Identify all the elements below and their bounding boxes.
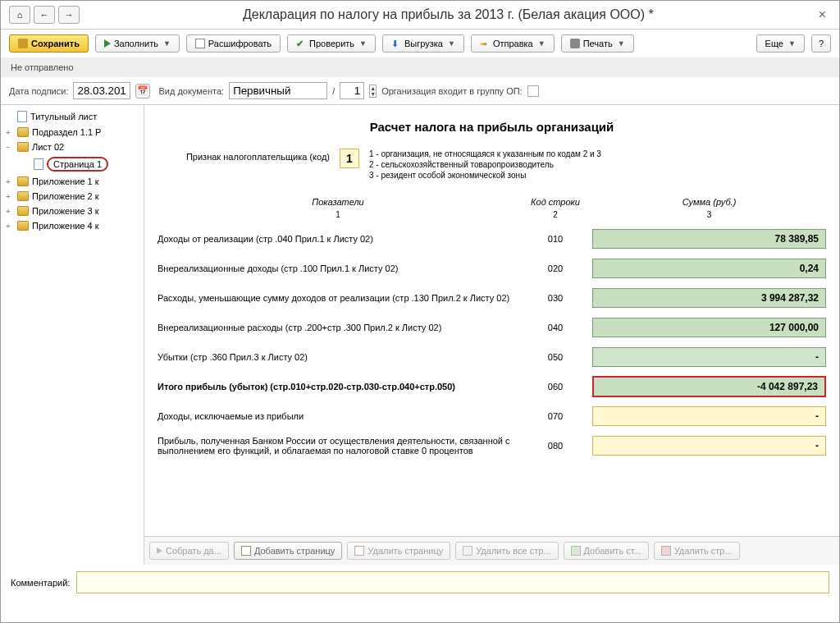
more-button[interactable]: Еще▼ (756, 34, 805, 53)
row-code: 020 (518, 263, 592, 273)
row-code: 070 (518, 411, 592, 421)
row-code: 010 (518, 234, 592, 244)
taxpayer-label: Признак налогоплательщика (код) (158, 149, 330, 162)
collect-data-button[interactable]: Собрать да... (149, 542, 229, 560)
comment-label: Комментарий: (11, 578, 70, 588)
row-label: Расходы, уменьшающие сумму доходов от ре… (158, 293, 518, 303)
row-label: Итого прибыль (убыток) (стр.010+стр.020-… (158, 382, 518, 392)
fill-button[interactable]: Заполнить▼ (95, 34, 180, 53)
row-value-input[interactable]: - (592, 406, 826, 426)
check-button[interactable]: ✔Проверить▼ (287, 34, 376, 53)
row-value-input[interactable]: 78 389,85 (592, 229, 826, 249)
form-content: Расчет налога на прибыль организаций При… (144, 105, 839, 536)
home-button[interactable]: ⌂ (9, 6, 30, 24)
print-button[interactable]: Печать▼ (561, 34, 634, 53)
page-actions-bar: Собрать да... Добавить страницу Удалить … (144, 536, 839, 565)
row-plus-icon (571, 546, 581, 556)
navigation-tree: Титульный лист +Подраздел 1.1 Р −Лист 02… (1, 105, 144, 565)
data-row-050: Убытки (стр .360 Прил.3 к Листу 02)050- (158, 346, 826, 369)
sign-date-input[interactable] (73, 82, 130, 99)
row-value-input[interactable]: 0,24 (592, 259, 826, 278)
org-group-checkbox[interactable] (527, 85, 539, 97)
row-label: Внереализационные расходы (стр .200+стр … (158, 323, 518, 332)
data-row-020: Внереализационные доходы (стр .100 Прил.… (158, 257, 826, 280)
forward-button[interactable]: → (58, 6, 80, 24)
column-headers: Показатели Код строки Сумма (руб.) (158, 197, 826, 207)
row-code: 080 (518, 441, 592, 451)
send-icon: ➟ (480, 39, 490, 48)
row-code: 050 (518, 352, 592, 362)
tree-app2[interactable]: +Приложение 2 к (1, 189, 144, 204)
page-icon (17, 111, 27, 122)
download-icon: ⬇ (391, 39, 401, 48)
row-code: 040 (518, 323, 592, 332)
org-group-label: Организация входит в группу ОП: (381, 86, 523, 96)
row-label: Доходы от реализации (стр .040 Прил.1 к … (158, 234, 518, 244)
slash: / (332, 86, 335, 96)
print-icon (570, 39, 580, 48)
tree-page1[interactable]: Страница 1 (1, 154, 144, 174)
add-page-button[interactable]: Добавить страницу (234, 542, 342, 560)
folder-icon (17, 191, 29, 201)
disk-icon (18, 39, 28, 48)
comment-input[interactable] (76, 571, 829, 593)
check-icon: ✔ (296, 39, 306, 48)
page-minus-icon (354, 546, 364, 556)
sign-date-label: Дата подписи: (9, 86, 68, 96)
doc-type-label: Вид документа: (158, 86, 224, 96)
row-value-input[interactable]: 127 000,00 (592, 318, 826, 337)
delete-row-button[interactable]: Удалить стр... (654, 542, 740, 560)
row-code: 030 (518, 293, 592, 303)
taxpayer-code-input[interactable]: 1 (340, 149, 359, 168)
doc-icon (195, 39, 205, 48)
decode-button[interactable]: Расшифровать (186, 34, 281, 53)
tree-app4[interactable]: +Приложение 4 к (1, 218, 144, 233)
send-button[interactable]: ➟Отправка▼ (471, 34, 555, 53)
tree-sheet02[interactable]: −Лист 02 (1, 140, 144, 154)
data-row-030: Расходы, уменьшающие сумму доходов от ре… (158, 286, 826, 309)
tree-app1[interactable]: +Приложение 1 к (1, 174, 144, 189)
column-numbers: 1 2 3 (158, 210, 826, 219)
tree-subsection[interactable]: +Подраздел 1.1 Р (1, 125, 144, 140)
row-value-input[interactable]: -4 042 897,23 (592, 376, 826, 397)
tree-app3[interactable]: +Приложение 3 к (1, 204, 144, 218)
folder-icon (17, 176, 29, 186)
help-button[interactable]: ? (811, 34, 831, 53)
data-row-060: Итого прибыль (убыток) (стр.010+стр.020-… (158, 375, 826, 398)
play-gray-icon (157, 547, 162, 554)
back-button[interactable]: ← (34, 6, 55, 24)
pages-icon (463, 546, 472, 556)
row-value-input[interactable]: - (592, 347, 826, 367)
delete-page-button[interactable]: Удалить страницу (347, 542, 450, 560)
data-row-010: Доходы от реализации (стр .040 Прил.1 к … (158, 227, 826, 250)
row-value-input[interactable]: - (592, 436, 826, 456)
folder-icon (17, 127, 29, 137)
row-label: Доходы, исключаемые из прибыли (158, 411, 518, 421)
taxpayer-legend: 1 - организация, не относящаяся к указан… (369, 149, 601, 181)
status-text: Не отправлено (1, 57, 839, 77)
delete-all-pages-button[interactable]: Удалить все стр... (455, 542, 558, 560)
calendar-icon[interactable]: 📅 (135, 84, 150, 98)
close-button[interactable]: × (814, 7, 831, 22)
page-plus-icon (241, 546, 251, 556)
doc-type-input[interactable] (229, 82, 327, 99)
page-icon (34, 158, 43, 170)
page-stepper[interactable]: ▲▼ (369, 85, 377, 98)
row-minus-icon (661, 546, 671, 556)
row-label: Прибыль, полученная Банком России от осу… (158, 436, 518, 456)
save-button[interactable]: Сохранить (9, 34, 89, 53)
data-row-070: Доходы, исключаемые из прибыли070- (158, 405, 826, 428)
row-label: Убытки (стр .360 Прил.3 к Листу 02) (158, 352, 518, 362)
row-value-input[interactable]: 3 994 287,32 (592, 288, 826, 308)
folder-icon (17, 221, 29, 231)
play-icon (104, 39, 111, 48)
row-label: Внереализационные доходы (стр .100 Прил.… (158, 263, 518, 273)
window-title: Декларация по налогу на прибыль за 2013 … (83, 7, 814, 22)
export-button[interactable]: ⬇Выгрузка▼ (382, 34, 464, 53)
page-num-input[interactable] (340, 82, 364, 99)
row-code: 060 (518, 382, 592, 392)
data-row-080: Прибыль, полученная Банком России от осу… (158, 434, 826, 457)
folder-icon (17, 206, 29, 216)
tree-title-page[interactable]: Титульный лист (1, 108, 144, 125)
add-row-button[interactable]: Добавить ст... (564, 542, 649, 560)
